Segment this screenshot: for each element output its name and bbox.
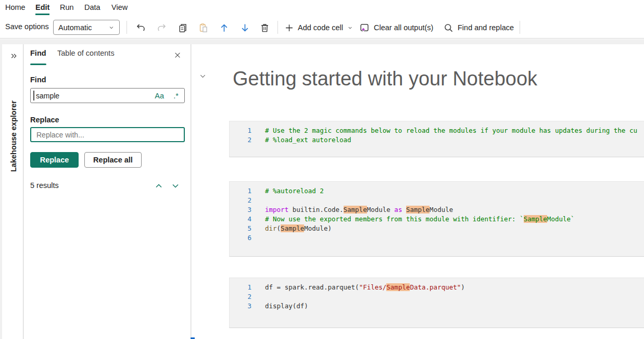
toolbar-separator [127, 21, 127, 34]
find-panel: Find Table of contents Find Aa .* Replac… [24, 44, 191, 339]
code-text[interactable]: df = spark.read.parquet("Files/SampleDat… [265, 283, 465, 291]
code-token: Module) [304, 224, 332, 232]
find-input-wrap: Aa .* [30, 88, 185, 103]
replace-field-label: Replace [30, 116, 59, 124]
code-token [402, 206, 406, 214]
lakehouse-explorer-collapsed-pane: Lakehouse explorer [2, 44, 23, 339]
menu-item-view[interactable]: View [111, 0, 128, 15]
close-panel-button[interactable] [172, 49, 183, 61]
line-number: 2 [230, 292, 251, 302]
search-match-highlight: Sample [386, 283, 410, 291]
double-chevron-right-icon [10, 52, 18, 60]
menu-item-home[interactable]: Home [5, 0, 26, 15]
code-line: 4# Now use the exported members from thi… [230, 215, 644, 224]
autosave-dropdown-value: Automatic [58, 23, 92, 32]
replace-all-button[interactable]: Replace all [84, 152, 142, 168]
find-and-replace-label: Find and replace [458, 23, 514, 32]
code-text[interactable]: dir(SampleModule) [265, 224, 332, 232]
code-token: Module [430, 206, 453, 214]
plus-icon [285, 23, 294, 32]
code-token: # Now use the exported members from this… [265, 215, 524, 223]
trash-icon [260, 23, 270, 33]
code-line: 2# %load_ext autoreload [230, 135, 644, 145]
next-result-button[interactable] [170, 181, 181, 191]
code-token: Data.parquet" [410, 283, 461, 291]
menu-item-run[interactable]: Run [60, 0, 74, 15]
add-code-cell-button[interactable]: Add code cell [285, 19, 353, 36]
line-number: 2 [230, 135, 251, 145]
clear-all-outputs-button[interactable]: Clear all output(s) [359, 19, 433, 36]
replace-button[interactable]: Replace [30, 152, 79, 168]
code-token: dir [265, 224, 277, 232]
code-line: 2 [230, 292, 644, 302]
close-icon [174, 52, 181, 59]
notebook-app-window: Home Edit Run Data View Save options Aut… [0, 0, 644, 339]
code-line: 1df = spark.read.parquet("Files/SampleDa… [230, 283, 644, 292]
redo-button[interactable] [153, 19, 170, 36]
chevron-up-icon [155, 182, 163, 190]
code-text[interactable]: import builtin.Code.SampleModule as Samp… [265, 206, 453, 214]
code-line: 3display(df) [230, 302, 644, 311]
line-number: 3 [230, 205, 251, 215]
search-icon [444, 23, 453, 33]
toolbar: Save options Automatic [0, 16, 644, 39]
toolbar-separator [520, 21, 520, 34]
previous-result-button[interactable] [153, 181, 165, 191]
menu-item-data[interactable]: Data [84, 0, 100, 15]
notebook-canvas: Getting started with your Notebook 1# Us… [192, 44, 644, 339]
code-text[interactable]: display(df) [265, 302, 308, 310]
code-cell-3[interactable]: 1df = spark.read.parquet("Files/SampleDa… [229, 278, 644, 328]
code-text[interactable]: # %autoreload 2 [265, 187, 324, 195]
undo-button[interactable] [132, 19, 149, 36]
code-line: 1# %autoreload 2 [230, 186, 644, 196]
code-text[interactable]: # Use the 2 magic commands below to relo… [265, 127, 637, 134]
code-token: ( [277, 224, 281, 232]
tab-find[interactable]: Find [30, 49, 46, 57]
code-line: 6 [230, 233, 644, 243]
find-and-replace-button[interactable]: Find and replace [444, 19, 514, 36]
line-number: 1 [230, 126, 251, 135]
active-tab-underline [30, 64, 46, 65]
menu-item-edit[interactable]: Edit [35, 0, 49, 15]
regex-toggle[interactable]: .* [173, 88, 179, 103]
code-token: df = spark.read.parquet( [265, 283, 359, 291]
code-token: as [394, 206, 402, 214]
collapse-section-button[interactable] [198, 72, 207, 80]
code-text[interactable]: # %load_ext autoreload [265, 136, 351, 144]
tab-table-of-contents[interactable]: Table of contents [57, 49, 115, 57]
code-line: 1# Use the 2 magic commands below to rel… [230, 126, 644, 135]
line-number: 5 [230, 224, 251, 233]
code-token: # %autoreload 2 [265, 187, 324, 195]
move-cell-up-button[interactable] [216, 19, 232, 36]
move-cell-down-button[interactable] [236, 19, 253, 36]
code-token: Module` [547, 215, 575, 223]
autosave-dropdown[interactable]: Automatic [53, 20, 120, 35]
lakehouse-explorer-label: Lakehouse explorer [9, 101, 18, 172]
toolbar-separator [277, 21, 278, 34]
code-cell-2[interactable]: 1# %autoreload 223import builtin.Code.Sa… [229, 181, 644, 257]
chevron-down-icon [108, 24, 115, 31]
notebook-title: Getting started with your Notebook [233, 68, 537, 90]
code-token: "Files/ [359, 283, 387, 291]
copy-button[interactable] [174, 19, 191, 36]
paste-button[interactable] [195, 19, 211, 36]
text-caret [33, 91, 34, 101]
code-token: display(df) [265, 302, 308, 310]
replace-input-wrap [30, 127, 185, 142]
save-options-label: Save options [5, 22, 49, 31]
code-token: # Use the 2 magic commands below to relo… [265, 127, 637, 134]
line-number: 2 [230, 196, 251, 205]
delete-cell-button[interactable] [256, 19, 273, 36]
arrow-down-icon [240, 23, 250, 33]
code-text[interactable]: # Now use the exported members from this… [265, 215, 575, 223]
paste-icon [198, 23, 208, 33]
chevron-down-icon [171, 182, 180, 190]
match-case-toggle[interactable]: Aa [155, 88, 164, 103]
line-number: 1 [230, 186, 251, 196]
expand-pane-button[interactable] [7, 49, 20, 62]
replace-input[interactable] [30, 127, 185, 142]
code-token: # %load_ext autoreload [265, 136, 351, 144]
code-cell-1[interactable]: 1# Use the 2 magic commands below to rel… [229, 121, 644, 157]
line-number: 1 [230, 283, 251, 292]
code-line: 3import builtin.Code.SampleModule as Sam… [230, 205, 644, 215]
